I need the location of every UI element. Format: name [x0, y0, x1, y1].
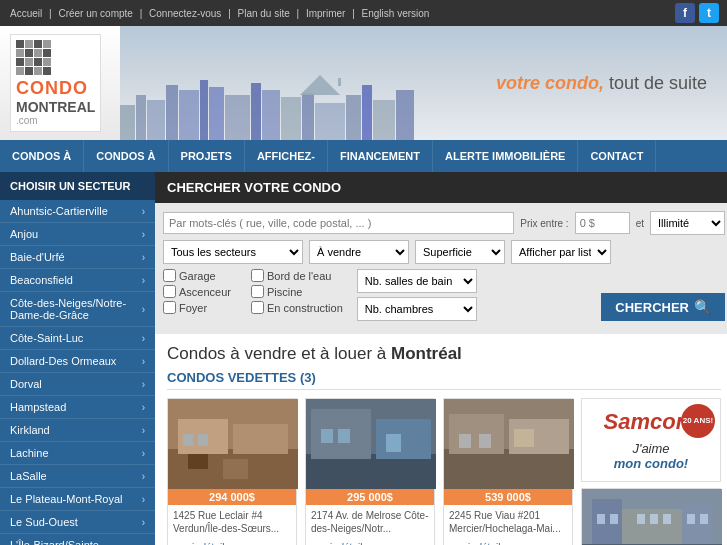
listing-price-2: 295 000$ — [306, 489, 434, 505]
keyword-input[interactable] — [163, 212, 514, 234]
sidebar-item-hampstead[interactable]: Hampstead › — [0, 396, 155, 419]
foyer-label: Foyer — [179, 302, 207, 314]
sidebar-item-dorval[interactable]: Dorval › — [0, 373, 155, 396]
svg-rect-24 — [188, 454, 208, 469]
sidebar-item-label: Le Plateau-Mont-Royal — [10, 493, 123, 505]
sidebar-item-label: Baie-d'Urfé — [10, 251, 65, 263]
samcon-brand-name: Samcon — [604, 409, 690, 435]
sidebar-item-sud-ouest[interactable]: Le Sud-Ouest › — [0, 511, 155, 534]
nav-item-financement[interactable]: FINANCEMENT — [328, 140, 433, 172]
svg-rect-13 — [346, 95, 361, 140]
price-min-input[interactable] — [575, 212, 630, 234]
vedettes-label: CONDOS VEDETTES — [167, 370, 296, 385]
sidebar: CHOISIR UN SECTEUR Ahuntsic-Cartierville… — [0, 172, 155, 545]
price-max-select[interactable]: Illimité — [650, 211, 725, 235]
foyer-checkbox[interactable] — [163, 301, 176, 314]
svg-rect-37 — [449, 414, 504, 454]
checkbox-groups: Garage Ascenceur Foyer — [163, 269, 343, 314]
listing-card-3: 539 000$ 2245 Rue Viau #201 Mercier/Hoch… — [443, 398, 573, 545]
checkbox-group-left: Garage Ascenceur Foyer — [163, 269, 231, 314]
piscine-checkbox-label[interactable]: Piscine — [251, 285, 343, 298]
sidebar-item-ahuntsic[interactable]: Ahuntsic-Cartierville › — [0, 200, 155, 223]
topbar-link-imprimer[interactable]: Imprimer — [306, 8, 345, 19]
sidebar-item-ile-bizard[interactable]: L'Île-Bizard/Sainte-Geneviève › — [0, 534, 155, 545]
svg-rect-15 — [373, 100, 395, 140]
main-content: CHOISIR UN SECTEUR Ahuntsic-Cartierville… — [0, 172, 727, 545]
garage-checkbox-label[interactable]: Garage — [163, 269, 231, 282]
topbar-link-plan[interactable]: Plan du site — [238, 8, 290, 19]
listing-image-3 — [444, 399, 574, 489]
chevron-right-icon: › — [142, 448, 145, 459]
content-area: CHERCHER VOTRE CONDO Prix entre : et Ill… — [155, 172, 727, 545]
listing-photo-3 — [444, 399, 574, 489]
sidebar-item-lasalle[interactable]: LaSalle › — [0, 465, 155, 488]
samcon-tagline: J'aime mon condo! — [592, 441, 710, 471]
nav-item-projets[interactable]: PROJETS — [169, 140, 245, 172]
listing-photo-2 — [306, 399, 436, 489]
topbar-link-accueil[interactable]: Accueil — [10, 8, 42, 19]
chevron-right-icon: › — [142, 229, 145, 240]
facebook-icon[interactable]: f — [675, 3, 695, 23]
garage-checkbox[interactable] — [163, 269, 176, 282]
sidebar-item-label: Lachine — [10, 447, 49, 459]
results-title: Condos à vendre et à louer à Montréal — [167, 344, 721, 364]
topbar-link-english[interactable]: English version — [362, 8, 430, 19]
sidebar-item-dollard[interactable]: Dollard-Des Ormeaux › — [0, 350, 155, 373]
topbar-link-connectez[interactable]: Connectez-vous — [149, 8, 221, 19]
sidebar-item-beaconsfield[interactable]: Beaconsfield › — [0, 269, 155, 292]
bord-eau-checkbox-label[interactable]: Bord de l'eau — [251, 269, 343, 282]
bord-eau-checkbox[interactable] — [251, 269, 264, 282]
vedettes-title: CONDOS VEDETTES (3) — [167, 370, 721, 390]
listing-link-1[interactable]: » voir détails — [168, 539, 296, 545]
top-bar-links: Accueil | Créer un compte | Connectez-vo… — [8, 8, 431, 19]
sidebar-item-plateau[interactable]: Le Plateau-Mont-Royal › — [0, 488, 155, 511]
sidebar-item-label: Le Sud-Ouest — [10, 516, 78, 528]
svg-rect-1 — [136, 95, 146, 140]
nav-item-condos-a-1[interactable]: CONDOS À — [0, 140, 84, 172]
topbar-link-creer[interactable]: Créer un compte — [58, 8, 132, 19]
nav-item-affichez[interactable]: AFFICHEZ- — [245, 140, 328, 172]
slogan-italic: votre condo, — [496, 73, 604, 93]
sidebar-item-label: LaSalle — [10, 470, 47, 482]
sidebar-item-anjou[interactable]: Anjou › — [0, 223, 155, 246]
piscine-checkbox[interactable] — [251, 285, 264, 298]
foyer-checkbox-label[interactable]: Foyer — [163, 301, 231, 314]
sidebar-item-lachine[interactable]: Lachine › — [0, 442, 155, 465]
svg-rect-3 — [166, 85, 178, 140]
construction-checkbox[interactable] — [251, 301, 264, 314]
ascenseur-checkbox[interactable] — [163, 285, 176, 298]
site-logo[interactable]: CONDO MONTREAL .com — [10, 34, 101, 132]
sector-select[interactable]: Tous les secteurs — [163, 240, 303, 264]
sidebar-item-cote-neiges[interactable]: Côte-des-Neiges/Notre-Dame-de-Grâce › — [0, 292, 155, 327]
nav-item-alerte[interactable]: ALERTE IMMOBILIÈRE — [433, 140, 578, 172]
vedettes-count: (3) — [300, 370, 316, 385]
type-select[interactable]: À vendre — [309, 240, 409, 264]
sidebar-title: CHOISIR UN SECTEUR — [0, 172, 155, 200]
svg-rect-5 — [200, 80, 208, 140]
svg-rect-40 — [479, 434, 491, 448]
nav-item-contact[interactable]: CONTACT — [578, 140, 656, 172]
nb-chambres-select[interactable]: Nb. chambres — [357, 297, 477, 321]
svg-rect-25 — [223, 459, 248, 479]
samcon-logo-box: Samcon ® 20 ANS! J'aime mon condo! — [581, 398, 721, 482]
sidebar-item-cote-saint-luc[interactable]: Côte-Saint-Luc › — [0, 327, 155, 350]
svg-rect-49 — [637, 514, 645, 524]
ascenseur-checkbox-label[interactable]: Ascenceur — [163, 285, 231, 298]
nav-item-condos-a-2[interactable]: CONDOS À — [84, 140, 168, 172]
samcon-advertisement[interactable]: Samcon ® 20 ANS! J'aime mon condo! — [581, 398, 721, 545]
twitter-icon[interactable]: t — [699, 3, 719, 23]
nb-salles-select[interactable]: Nb. salles de bain — [357, 269, 477, 293]
display-select[interactable]: Afficher par liste — [511, 240, 611, 264]
listing-desc-2: 2174 Av. de Melrose Côte-des-Neiges/Notr… — [306, 505, 434, 539]
listing-link-3[interactable]: » voir détails — [444, 539, 572, 545]
svg-rect-10 — [281, 97, 301, 140]
sidebar-item-kirkland[interactable]: Kirkland › — [0, 419, 155, 442]
listing-link-2[interactable]: » voir détails — [306, 539, 434, 545]
search-button[interactable]: CHERCHER 🔍 — [601, 293, 725, 321]
svg-rect-12 — [315, 103, 345, 140]
search-row-2: Tous les secteurs À vendre Superficie Af… — [163, 240, 725, 264]
surface-select[interactable]: Superficie — [415, 240, 505, 264]
chevron-right-icon: › — [142, 304, 145, 315]
sidebar-item-baie[interactable]: Baie-d'Urfé › — [0, 246, 155, 269]
construction-checkbox-label[interactable]: En construction — [251, 301, 343, 314]
